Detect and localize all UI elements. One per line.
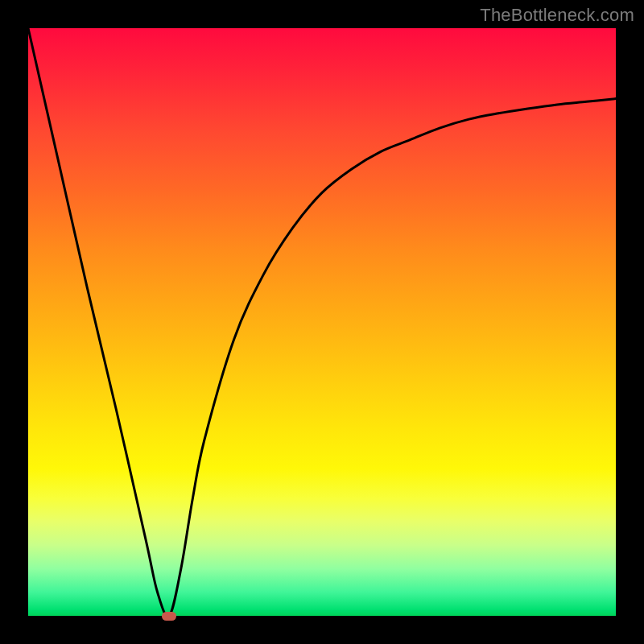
watermark-text: TheBottleneck.com [480,5,634,26]
minimum-marker [162,612,176,621]
bottleneck-curve [28,28,616,616]
chart-frame: TheBottleneck.com [0,0,644,644]
plot-area [28,28,616,616]
